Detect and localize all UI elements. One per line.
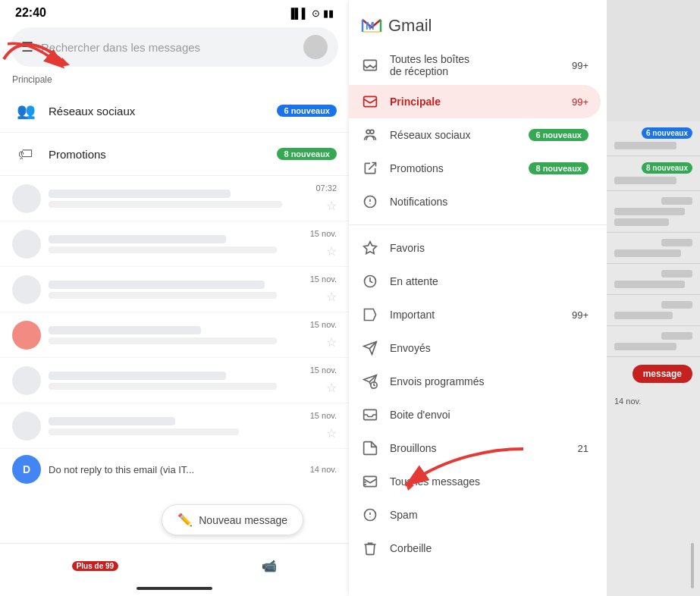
home-indicator	[137, 587, 212, 590]
drawer-item-envois-programmes[interactable]: Envois programmés	[349, 365, 601, 398]
peek-header	[607, 0, 700, 121]
drawer-item-en-attente[interactable]: En attente	[349, 265, 601, 298]
user-avatar[interactable]	[303, 35, 328, 59]
important-label: Important	[390, 309, 561, 321]
drawer-item-important[interactable]: Important 99+	[349, 298, 601, 331]
star-icon-3[interactable]: ☆	[326, 290, 337, 304]
email-date-6: 15 nov.	[310, 411, 337, 420]
drawer-item-envoyes[interactable]: Envoyés	[349, 331, 601, 365]
compose-label: Nouveau message	[199, 514, 287, 526]
status-icons: ▐▌▌ ⊙ ▮▮	[287, 8, 334, 19]
wifi-icon: ⊙	[312, 8, 320, 19]
search-bar[interactable]: ☰ Rechercher dans les messages	[11, 27, 338, 67]
drawer-item-principale[interactable]: Principale 99+	[349, 85, 601, 118]
email-top-line-4	[49, 326, 201, 334]
email-row-3[interactable]: 15 nov. ☆	[0, 267, 349, 312]
compose-button[interactable]: ✏️ Nouveau message	[162, 504, 303, 535]
gmail-title: Gmail	[388, 16, 432, 36]
drawer-item-favoris[interactable]: Favoris	[349, 231, 601, 265]
drawer-item-social[interactable]: Réseaux sociaux 6 nouveaux	[349, 118, 601, 152]
peek-date-text: 14 nov.	[607, 391, 700, 412]
bottom-avatar: D	[12, 455, 41, 484]
spam-icon	[361, 506, 379, 524]
bottom-tab-video[interactable]: 📹	[262, 559, 277, 573]
email-row-2[interactable]: 15 nov. ☆	[0, 221, 349, 267]
drawer-item-corbeille[interactable]: Corbeille	[349, 532, 601, 565]
email-meta-6: 15 nov. ☆	[310, 411, 337, 441]
peek-item-5	[607, 264, 700, 295]
favoris-icon	[361, 239, 379, 257]
avatar-4	[12, 321, 41, 350]
social-drawer-badge: 6 nouveaux	[529, 129, 589, 141]
star-icon-6[interactable]: ☆	[326, 426, 337, 441]
all-inbox-icon	[361, 56, 379, 74]
signal-icon: ▐▌▌	[287, 8, 309, 19]
important-icon	[361, 306, 379, 324]
status-bar: 22:40 ▐▌▌ ⊙ ▮▮	[0, 0, 349, 23]
category-row-promotions[interactable]: 🏷 Promotions 8 nouveaux	[0, 133, 349, 176]
peek-badge-1: 6 nouveaux	[642, 127, 692, 139]
email-content-4	[49, 326, 303, 344]
bottom-tab-more[interactable]: Plus de 99	[72, 561, 118, 571]
social-icon: 👥	[12, 97, 39, 124]
en-attente-label: En attente	[390, 275, 589, 287]
envois-programmes-label: Envois programmés	[390, 375, 589, 387]
email-meta-3: 15 nov. ☆	[310, 274, 337, 304]
favoris-label: Favoris	[390, 242, 589, 254]
spam-label: Spam	[390, 509, 589, 521]
email-row-4[interactable]: 15 nov. ☆	[0, 312, 349, 358]
email-content-3	[49, 281, 303, 299]
search-placeholder: Rechercher dans les messages	[41, 41, 296, 54]
peek-item-6	[607, 295, 700, 326]
all-inbox-count: 99+	[572, 60, 589, 71]
drawer-item-spam[interactable]: Spam	[349, 498, 601, 532]
email-bottom-line-4	[49, 337, 277, 344]
email-content-1	[49, 190, 308, 208]
email-row-6[interactable]: 15 nov. ☆	[0, 403, 349, 449]
en-attente-icon	[361, 272, 379, 290]
hamburger-icon[interactable]: ☰	[21, 39, 33, 55]
drawer-item-boite-envoi[interactable]: Boite d'envoi	[349, 398, 601, 431]
section-label: Principale	[0, 74, 349, 89]
all-inbox-label: Toutes les boîtesde réception	[390, 53, 561, 77]
email-bottom-line-6	[49, 428, 239, 435]
principale-icon	[361, 93, 379, 111]
email-meta-4: 15 nov. ☆	[310, 320, 337, 350]
star-icon-5[interactable]: ☆	[326, 381, 337, 395]
drawer-item-promotions[interactable]: Promotions 8 nouveaux	[349, 152, 601, 185]
email-date-1: 07:32	[315, 184, 337, 193]
bottom-email-row[interactable]: D Do not reply to this email (via IT... …	[0, 449, 349, 490]
drawer-item-brouillons[interactable]: Brouillons 21	[349, 431, 601, 465]
email-row-5[interactable]: 15 nov. ☆	[0, 358, 349, 403]
email-date-4: 15 nov.	[310, 320, 337, 329]
corbeille-label: Corbeille	[390, 542, 589, 554]
tous-messages-icon	[361, 472, 379, 491]
avatar-5	[12, 366, 41, 395]
corbeille-icon	[361, 539, 379, 557]
star-icon-4[interactable]: ☆	[326, 335, 337, 350]
star-icon-2[interactable]: ☆	[326, 244, 337, 259]
promotions-drawer-badge: 8 nouveaux	[529, 162, 589, 174]
drawer-item-tous-messages[interactable]: Tous les messages	[349, 465, 601, 498]
social-drawer-icon	[361, 126, 379, 144]
email-date-3: 15 nov.	[310, 274, 337, 284]
drawer-item-notifications[interactable]: Notifications	[349, 185, 601, 218]
battery-icon: ▮▮	[323, 8, 334, 19]
social-badge: 6 nouveaux	[277, 105, 337, 117]
drawer-item-all-inbox[interactable]: Toutes les boîtesde réception 99+	[349, 45, 601, 85]
star-icon-1[interactable]: ☆	[326, 199, 337, 213]
peek-item-3	[607, 191, 700, 233]
avatar-6	[12, 412, 41, 441]
bottom-email-text: Do not reply to this email (via IT...	[49, 464, 303, 475]
svg-marker-9	[364, 242, 377, 254]
email-bottom-line-3	[49, 292, 277, 299]
envoyes-label: Envoyés	[390, 342, 589, 354]
gmail-header: M Gmail	[349, 0, 607, 45]
video-icon: 📹	[262, 559, 277, 573]
social-label: Réseaux sociaux	[49, 105, 268, 118]
boite-envoi-label: Boite d'envoi	[390, 409, 589, 421]
category-row-social[interactable]: 👥 Réseaux sociaux 6 nouveaux	[0, 89, 349, 133]
email-row-1[interactable]: 07:32 ☆	[0, 176, 349, 221]
envois-programmes-icon	[361, 372, 379, 391]
bottom-email-date: 14 nov.	[310, 465, 337, 474]
